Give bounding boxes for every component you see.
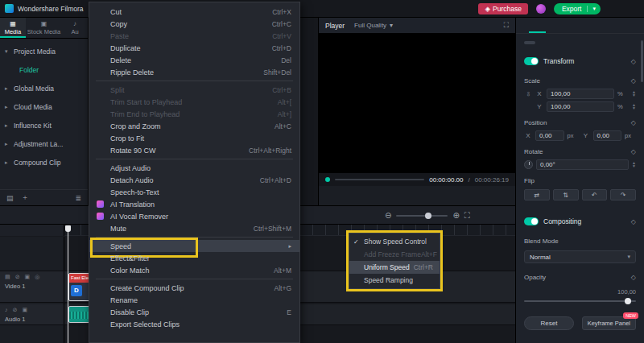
keyframe-diamond-icon[interactable]: ◇ (631, 218, 636, 225)
zoom-in-icon[interactable]: ⊕ (452, 211, 459, 220)
sidebar-item-compound-clip[interactable]: Compound Clip (0, 153, 88, 172)
media-tab-media[interactable]: ▦ Media (0, 18, 26, 38)
sidebar-item-folder[interactable]: Folder (0, 60, 88, 79)
menu-item-cut[interactable]: ✓ Cut Ctrl+X (89, 6, 299, 18)
sidebar-item-global-media[interactable]: Global Media (0, 79, 88, 97)
shortcut-label: Ctrl+C (272, 20, 291, 28)
menu-item-delete[interactable]: ✓ Delete Del (89, 54, 299, 66)
menu-item-detach-audio[interactable]: ✓ Detach Audio Ctrl+Alt+D (89, 174, 299, 186)
opacity-slider-handle[interactable] (625, 298, 631, 304)
scale-x-stepper[interactable]: ▲▼ (632, 90, 636, 97)
position-x-input[interactable]: 0,00 (535, 130, 564, 141)
menu-item-paste[interactable]: ✓ Paste Ctrl+V (89, 30, 299, 42)
subtab-basic[interactable] (524, 41, 535, 44)
keyframe-panel-button[interactable]: Keyframe Panel NEW (582, 316, 636, 330)
tab-color[interactable] (601, 18, 644, 33)
media-tab-au[interactable]: ♪ Au (62, 18, 88, 38)
reset-button[interactable]: Reset (524, 316, 574, 330)
new-folder-icon[interactable]: ▤ (6, 194, 14, 202)
user-avatar[interactable] (536, 4, 546, 14)
media-tab-stock-media[interactable]: ▣ Stock Media (26, 18, 62, 38)
subtab-ai-tools[interactable] (559, 41, 571, 44)
seek-track[interactable] (335, 179, 424, 180)
purchase-button[interactable]: ◈ Purchase (478, 3, 527, 14)
media-tab-icon: ♪ (73, 20, 76, 27)
keyframe-diamond-icon[interactable]: ◇ (631, 274, 636, 281)
scale-y-input[interactable]: 100,00 (547, 101, 614, 112)
menu-item-export-selected-clips[interactable]: ✓ Export Selected Clips (89, 318, 299, 330)
sidebar-item-project-media[interactable]: Project Media (0, 42, 88, 60)
video-preview[interactable] (319, 34, 515, 173)
keyframe-diamond-icon[interactable]: ◇ (631, 148, 636, 155)
lock-track-icon[interactable]: ▣ (25, 274, 31, 280)
rotate-input[interactable]: 0,00° (536, 159, 629, 170)
playhead[interactable] (68, 225, 68, 343)
properties-scrollbar[interactable] (641, 40, 643, 82)
menu-item-ripple-delete[interactable]: ✓ Ripple Delete Shift+Del (89, 66, 299, 78)
hide-track-icon[interactable]: ◎ (35, 274, 39, 280)
menu-item-create-compound-clip[interactable]: ✓ Create Compound Clip Alt+G (89, 282, 299, 294)
transform-toggle[interactable] (524, 57, 539, 65)
menu-item-color-match[interactable]: ✓ Color Match Alt+M (89, 264, 299, 276)
tab-audio[interactable] (559, 18, 601, 33)
rotate-ccw-button[interactable]: ↶ (582, 189, 608, 200)
menu-item-crop-to-fit[interactable]: ✓ Crop to Fit (89, 132, 299, 144)
zoom-slider-handle[interactable] (425, 213, 431, 219)
keyframe-diamond-icon[interactable]: ◇ (631, 77, 636, 85)
flip-vertical-button[interactable]: ⇅ (553, 189, 579, 200)
menu-item-speech-to-text[interactable]: ✓ Speech-to-Text (89, 186, 299, 198)
submenu-item-add-freeze-frame[interactable]: ✓ Add Freeze Frame Alt+F (349, 248, 440, 261)
sidebar-item-cloud-media[interactable]: Cloud Media (0, 97, 88, 116)
export-dropdown-icon[interactable]: ▾ (587, 6, 601, 12)
mute-track-icon[interactable]: ⊘ (13, 307, 18, 313)
submenu-item-show-speed-control[interactable]: ✓ Show Speed Control (349, 235, 440, 248)
menu-item-rotate-90-cw[interactable]: ✓ Rotate 90 CW Ctrl+Alt+Right (89, 144, 299, 156)
blend-mode-select[interactable]: Normal ▾ (524, 250, 636, 263)
menu-item-effect-filter[interactable]: ✓ Effect&Filter (89, 252, 299, 264)
position-y-input[interactable]: 0,00 (593, 130, 622, 141)
lock-track-icon[interactable]: ▣ (22, 307, 27, 313)
keyframe-diamond-icon[interactable]: ◇ (631, 58, 636, 65)
list-view-icon[interactable]: ≣ (75, 194, 81, 202)
zoom-slider[interactable] (396, 215, 448, 217)
menu-item-mute[interactable]: ✓ Mute Ctrl+Shift+M (89, 222, 299, 234)
flip-horizontal-button[interactable]: ⇄ (524, 189, 550, 200)
rotate-cw-button[interactable]: ↷ (610, 189, 636, 200)
shortcut-label: Ctrl+Alt+Right (249, 147, 291, 155)
submenu-item-speed-ramping[interactable]: ✓ Speed Ramping (349, 274, 440, 287)
menu-item-speed[interactable]: ✓ Speed (89, 240, 299, 252)
compositing-toggle[interactable] (524, 217, 539, 225)
menu-item-ai-translation[interactable]: ✓ AI Translation (89, 198, 299, 210)
menu-item-ai-vocal-remover[interactable]: ✓ AI Vocal Remover (89, 210, 299, 222)
fit-timeline-icon[interactable]: ⛶ (464, 211, 470, 221)
position-unit: px (568, 132, 579, 139)
import-icon[interactable]: ＋ (22, 192, 29, 203)
submenu-item-uniform-speed[interactable]: ✓ Uniform Speed Ctrl+R (349, 261, 440, 274)
quality-dropdown[interactable]: Full Quality ▾ (354, 22, 393, 29)
scale-y-stepper[interactable]: ▲▼ (632, 103, 636, 110)
menu-item-disable-clip[interactable]: ✓ Disable Clip E (89, 306, 299, 318)
menu-item-split[interactable]: ✓ Split Ctrl+B (89, 84, 299, 96)
rotate-stepper[interactable]: ▲▼ (632, 161, 636, 167)
menu-item-trim-start-to-playhead[interactable]: ✓ Trim Start to Playhead Alt+[ (89, 96, 299, 108)
menu-item-crop-and-zoom[interactable]: ✓ Crop and Zoom Alt+C (89, 120, 299, 132)
keyframe-diamond-icon[interactable]: ◇ (631, 119, 636, 126)
link-scale-icon[interactable]: ∞ (525, 89, 532, 97)
export-button[interactable]: Export ▾ (554, 3, 601, 14)
menu-item-copy[interactable]: ✓ Copy Ctrl+C (89, 18, 299, 30)
scale-x-input[interactable]: 100,00 (547, 89, 614, 99)
mute-track-icon[interactable]: ⊘ (15, 274, 20, 280)
subtab-mask[interactable] (542, 41, 553, 44)
menu-item-duplicate[interactable]: ✓ Duplicate Ctrl+D (89, 42, 299, 54)
seek-handle[interactable] (325, 177, 330, 182)
menu-item-trim-end-to-playhead[interactable]: ✓ Trim End to Playhead Alt+] (89, 108, 299, 120)
sidebar-item-influence-kit[interactable]: Influence Kit (0, 116, 88, 134)
tab-video[interactable] (516, 18, 559, 33)
scene-detect-icon[interactable]: ⛶ (504, 21, 509, 30)
rotate-dial[interactable] (524, 160, 533, 169)
sidebar-item-adjustment-la[interactable]: Adjustment La... (0, 134, 88, 153)
opacity-slider[interactable] (524, 300, 636, 302)
menu-item-adjust-audio[interactable]: ✓ Adjust Audio (89, 162, 299, 174)
zoom-out-icon[interactable]: ⊖ (385, 211, 391, 220)
menu-item-rename[interactable]: ✓ Rename (89, 294, 299, 306)
